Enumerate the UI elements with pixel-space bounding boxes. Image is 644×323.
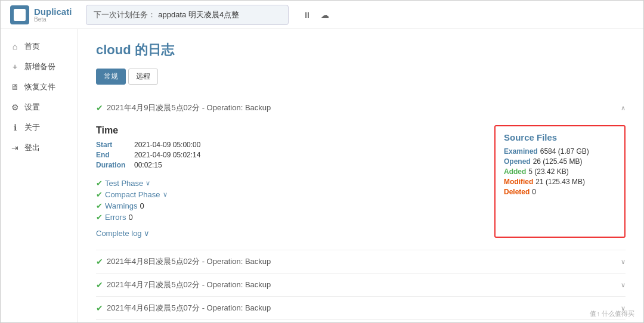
log-header-4[interactable]: ✔ 2021年4月6日凌晨5点07分 - Operation: Backup ∨: [96, 297, 626, 319]
status-dot-4: ✔: [96, 303, 103, 313]
sf-label-examined: Examined: [504, 147, 538, 156]
duration-row: Duration 00:02:15: [96, 161, 470, 169]
log-header-left-1: ✔ 2021年4月9日凌晨5点02分 - Operation: Backup: [96, 103, 271, 113]
phase-chevron-test: ∨: [145, 179, 150, 187]
phase-compact[interactable]: ✔ Compact Phase ∨: [96, 190, 470, 199]
task-label: 下一次计划任务：: [94, 10, 156, 20]
duration-label: Duration: [96, 161, 132, 169]
sidebar-item-home[interactable]: ⌂ 首页: [1, 36, 78, 57]
content-area: cloud 的日志 常规 远程 ✔ 2021年4月9日凌晨5点02分 - Ope…: [78, 29, 643, 322]
sidebar-item-add-backup[interactable]: + 新增备份: [1, 57, 78, 77]
sf-val-modified: 21 (125.43 MB): [535, 178, 585, 186]
status-dot-3: ✔: [96, 280, 103, 290]
task-bar: 下一次计划任务： appdata 明天凌晨4点整: [86, 5, 289, 25]
source-files-section: Source Files Examined 6584 (1.87 GB) Ope…: [494, 125, 626, 238]
sidebar-label-restore: 恢复文件: [24, 82, 55, 92]
log-expanded-1: Time Start 2021-04-09 05:00:00 End 2021-…: [96, 119, 626, 250]
complete-log-link[interactable]: Complete log ∨: [96, 229, 150, 238]
refresh-button[interactable]: ☁: [318, 9, 332, 21]
logout-icon: ⇥: [10, 143, 20, 153]
restore-icon: 🖥: [10, 82, 20, 92]
log-title-3: 2021年4月7日凌晨5点02分 - Operation: Backup: [107, 279, 271, 290]
log-entry-1: ✔ 2021年4月9日凌晨5点02分 - Operation: Backup ∧…: [96, 97, 626, 250]
task-value: appdata 明天凌晨4点整: [158, 10, 239, 20]
settings-icon: ⚙: [10, 103, 20, 112]
sf-row-modified: Modified 21 (125.43 MB): [504, 178, 616, 186]
log-entry-5: ✔ 2021年4月5日中午11点31分 - Operation: Backup …: [96, 320, 626, 322]
tab-remote[interactable]: 远程: [128, 69, 158, 85]
log-title-2: 2021年4月8日凌晨5点02分 - Operation: Backup: [107, 256, 271, 267]
phase-errors: ✔ Errors 0: [96, 213, 470, 222]
log-entry-2: ✔ 2021年4月8日凌晨5点02分 - Operation: Backup ∨: [96, 250, 626, 274]
app-beta: Beta: [34, 16, 72, 23]
app-title: Duplicati: [34, 7, 72, 16]
phase-dot-errors: ✔: [96, 213, 103, 222]
sf-val-deleted: 0: [532, 188, 536, 196]
time-section: Time Start 2021-04-09 05:00:00 End 2021-…: [96, 125, 470, 169]
end-val: 2021-04-09 05:02:14: [134, 151, 200, 159]
home-icon: ⌂: [10, 42, 20, 51]
tab-bar: 常规 远程: [96, 69, 626, 85]
phase-dot-compact: ✔: [96, 190, 103, 199]
sf-label-added: Added: [504, 167, 526, 176]
phase-label-compact: Compact Phase: [105, 190, 160, 199]
log-header-left-2: ✔ 2021年4月8日凌晨5点02分 - Operation: Backup: [96, 256, 271, 267]
sf-row-opened: Opened 26 (125.45 MB): [504, 157, 616, 166]
sidebar-label-home: 首页: [24, 41, 40, 52]
log-header-3[interactable]: ✔ 2021年4月7日凌晨5点02分 - Operation: Backup ∨: [96, 274, 626, 296]
sf-row-added: Added 5 (23.42 KB): [504, 167, 616, 176]
source-files-title: Source Files: [504, 132, 616, 142]
chevron-down-2: ∨: [621, 258, 626, 266]
end-row: End 2021-04-09 05:02:14: [96, 151, 470, 159]
log-header-left-3: ✔ 2021年4月7日凌晨5点02分 - Operation: Backup: [96, 279, 271, 290]
sidebar: ⌂ 首页 + 新增备份 🖥 恢复文件 ⚙ 设置 ℹ 关于 ⇥ 登出: [1, 29, 78, 322]
phase-warnings: ✔ Warnings 0: [96, 201, 470, 210]
phase-test[interactable]: ✔ Test Phase ∨: [96, 179, 470, 188]
log-entry-3: ✔ 2021年4月7日凌晨5点02分 - Operation: Backup ∨: [96, 274, 626, 297]
header: Duplicati Beta 下一次计划任务： appdata 明天凌晨4点整 …: [1, 1, 643, 29]
logo-area: Duplicati Beta: [10, 5, 72, 24]
start-label: Start: [96, 141, 132, 149]
log-title-4: 2021年4月6日凌晨5点07分 - Operation: Backup: [107, 303, 271, 313]
header-controls: ⏸ ☁: [301, 9, 332, 21]
log-title-1: 2021年4月9日凌晨5点02分 - Operation: Backup: [107, 103, 271, 113]
phase-count-warnings: 0: [140, 201, 144, 210]
sf-val-added: 5 (23.42 KB): [528, 167, 568, 176]
phases-section: ✔ Test Phase ∨ ✔ Compact Phase ∨ ✔: [96, 179, 470, 222]
log-header-1[interactable]: ✔ 2021年4月9日凌晨5点02分 - Operation: Backup ∧: [96, 97, 626, 119]
tab-normal[interactable]: 常规: [96, 69, 126, 85]
logo-text: Duplicati Beta: [34, 7, 72, 23]
logo-icon: [14, 9, 26, 21]
log-header-2[interactable]: ✔ 2021年4月8日凌晨5点02分 - Operation: Backup ∨: [96, 250, 626, 273]
phase-dot-warnings: ✔: [96, 201, 103, 210]
log-entry-4: ✔ 2021年4月6日凌晨5点07分 - Operation: Backup ∨: [96, 297, 626, 320]
sidebar-label-settings: 设置: [24, 102, 40, 113]
time-and-phases: Time Start 2021-04-09 05:00:00 End 2021-…: [96, 125, 470, 238]
log-header-5[interactable]: ✔ 2021年4月5日中午11点31分 - Operation: Backup …: [96, 320, 626, 322]
start-val: 2021-04-09 05:00:00: [134, 141, 200, 149]
sidebar-label-add-backup: 新增备份: [24, 61, 55, 72]
page-title-suffix: 的日志: [131, 42, 174, 57]
status-dot-2: ✔: [96, 257, 103, 266]
time-heading: Time: [96, 125, 470, 136]
about-icon: ℹ: [10, 123, 20, 132]
logo-box: [10, 5, 29, 24]
sf-row-deleted: Deleted 0: [504, 188, 616, 196]
chevron-down-3: ∨: [621, 281, 626, 289]
sf-label-modified: Modified: [504, 178, 533, 186]
sf-row-examined: Examined 6584 (1.87 GB): [504, 147, 616, 156]
sf-val-opened: 26 (125.45 MB): [533, 157, 583, 166]
end-label: End: [96, 151, 132, 159]
sidebar-item-settings[interactable]: ⚙ 设置: [1, 97, 78, 117]
phase-label-warnings: Warnings: [105, 201, 137, 210]
sidebar-item-about[interactable]: ℹ 关于: [1, 117, 78, 138]
page-title-cloud: cloud: [96, 42, 131, 57]
status-dot-1: ✔: [96, 103, 103, 113]
pause-button[interactable]: ⏸: [301, 9, 314, 21]
sidebar-item-logout[interactable]: ⇥ 登出: [1, 138, 78, 158]
phase-label-errors: Errors: [105, 213, 126, 222]
sf-label-opened: Opened: [504, 157, 531, 166]
phase-label-test: Test Phase: [105, 179, 143, 188]
sidebar-item-restore[interactable]: 🖥 恢复文件: [1, 77, 78, 97]
sidebar-label-logout: 登出: [24, 142, 40, 153]
